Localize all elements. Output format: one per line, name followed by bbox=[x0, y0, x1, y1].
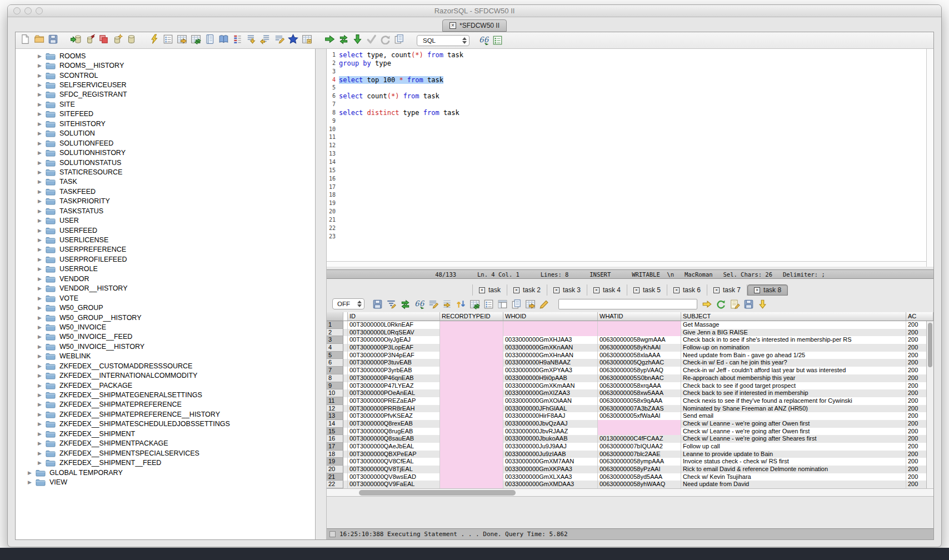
form-view-icon[interactable] bbox=[483, 299, 494, 309]
add-connection-icon[interactable] bbox=[112, 34, 123, 44]
table-row[interactable]: 2100T3000000QV8wsEAD0033000000GmXLXAA300… bbox=[327, 473, 933, 481]
cell-whatid[interactable]: 00630000007bIQUAA2 bbox=[598, 443, 681, 451]
code-area[interactable]: select type, count(*) from taskgroup by … bbox=[337, 49, 933, 267]
disclosure-triangle-icon[interactable]: ▶ bbox=[38, 198, 46, 204]
tree-item[interactable]: ▶W50_INVOICE bbox=[16, 322, 315, 332]
cell-whatid[interactable]: 006300000058xrqAAA bbox=[598, 382, 681, 390]
export-table-icon[interactable] bbox=[177, 34, 187, 44]
cell-subject[interactable]: Leanne to provide update to Bain bbox=[681, 451, 906, 458]
tree-item[interactable]: ▶ZKFEDEX__SHIPMENTSPECIALSERVICES bbox=[16, 448, 315, 458]
disclosure-triangle-icon[interactable]: ▶ bbox=[38, 286, 46, 291]
result-tab[interactable]: ×task 2 bbox=[507, 284, 547, 296]
limit-dropdown[interactable]: OFF bbox=[332, 298, 364, 309]
cell-subject[interactable]: Check back in to see if she's interested… bbox=[681, 336, 906, 344]
tree-item[interactable]: ▶SFDC_REGISTRANT bbox=[16, 90, 315, 99]
zoom-window-button[interactable] bbox=[36, 7, 43, 14]
cell-whoid[interactable]: 0033000000GmXM7AAN bbox=[503, 458, 598, 466]
tree-item[interactable]: ▶ZKFEDEX__CUSTOMADDRESSSOURCE bbox=[16, 361, 315, 371]
tree-item[interactable]: ▶W50_INVOICE__FEED bbox=[16, 332, 315, 342]
disclosure-triangle-icon[interactable]: ▶ bbox=[38, 305, 46, 311]
validate-sql-icon[interactable] bbox=[366, 34, 377, 44]
refresh-data-icon[interactable] bbox=[469, 299, 480, 309]
cell-id[interactable]: 00T3000000Q8rexEAB bbox=[348, 420, 440, 428]
tree-item[interactable]: ▶USERPROFILEFEED bbox=[16, 254, 315, 264]
cell-whatid[interactable] bbox=[598, 329, 681, 337]
format-sql-icon[interactable] bbox=[260, 34, 271, 44]
cell-whatid[interactable]: 006300000058x9qAAA bbox=[598, 397, 681, 405]
disclosure-triangle-icon[interactable]: ▶ bbox=[38, 218, 46, 223]
row-number[interactable]: 20 bbox=[327, 466, 343, 473]
save-to-file-icon[interactable] bbox=[743, 299, 754, 309]
table-row[interactable]: 1900T3000000QV8CfEAL0033000000GmXM7AAN00… bbox=[327, 458, 933, 466]
column-header-ac[interactable]: AC bbox=[906, 312, 933, 321]
row-number-header[interactable] bbox=[327, 312, 343, 321]
cell-whoid[interactable]: 0033000000HirF8AAJ bbox=[503, 412, 598, 420]
cell-whatid[interactable]: 00630000007A3bZAAS bbox=[598, 405, 681, 413]
execute-statement-icon[interactable] bbox=[324, 34, 335, 44]
table-row[interactable]: 100T3000000L0RknEAFGet Massage200 bbox=[327, 321, 933, 329]
cell-whatid[interactable]: 00630000005QgzhAAC bbox=[598, 359, 681, 367]
cell-subject[interactable]: Check nexis to see if they've found a re… bbox=[681, 397, 906, 405]
cell-id[interactable]: 00T3000000P46qnEAB bbox=[348, 374, 440, 382]
disclosure-triangle-icon[interactable]: ▶ bbox=[38, 315, 46, 321]
edit-notes-icon[interactable] bbox=[730, 299, 740, 309]
table-row[interactable]: 1100T3000000PREZaEAP0033000000GmXOiAAN00… bbox=[327, 397, 933, 405]
row-number[interactable]: 11 bbox=[327, 397, 343, 405]
tree-item[interactable]: ▶SOLUTIONFEED bbox=[16, 138, 315, 148]
cell-whoid[interactable]: 0033000000GmXPYAA3 bbox=[503, 367, 598, 374]
undo-statement-icon[interactable] bbox=[380, 34, 391, 44]
code-line[interactable]: select type, count(*) from task bbox=[339, 51, 933, 59]
minimize-window-button[interactable] bbox=[24, 7, 32, 14]
tree-item[interactable]: ▶ZKFEDEX__SHIPMATEPREFERENCE bbox=[16, 400, 315, 409]
cell-recordtypeid[interactable] bbox=[440, 397, 503, 405]
cell-subject[interactable]: Follow-up on nomination bbox=[681, 344, 906, 352]
tree-item[interactable]: ▶SOLUTIONHISTORY bbox=[16, 148, 315, 157]
favorites-icon[interactable] bbox=[288, 34, 298, 44]
disclosure-triangle-icon[interactable]: ▶ bbox=[38, 324, 46, 330]
result-tab[interactable]: ×task bbox=[472, 284, 507, 296]
row-number[interactable]: 13 bbox=[327, 412, 343, 420]
tree-item[interactable]: ▶ROOMS bbox=[16, 51, 315, 61]
cell-id[interactable]: 00T3000000POeAnEAL bbox=[348, 389, 440, 397]
table-row[interactable]: 1000T3000000POeAnEAL0033000000GmXIZAA300… bbox=[327, 389, 933, 397]
table-row[interactable]: 1800T3000000QBXPeEAP0033000000Ju9zIAAB00… bbox=[327, 451, 933, 458]
code-line[interactable] bbox=[339, 68, 933, 76]
cell-id[interactable]: 00T3000000P3tuvEAB bbox=[348, 359, 440, 367]
cell-recordtypeid[interactable] bbox=[440, 359, 503, 367]
code-line[interactable] bbox=[339, 208, 933, 216]
save-file-icon[interactable] bbox=[48, 34, 58, 44]
table-row[interactable]: 2000T3000000QV8TjEAL0033000000GmXKPAA300… bbox=[327, 466, 933, 473]
code-line[interactable] bbox=[339, 150, 933, 158]
clone-connection-icon[interactable] bbox=[98, 34, 109, 44]
code-line[interactable] bbox=[339, 126, 933, 134]
column-header-whatid[interactable]: WHATID bbox=[598, 312, 681, 321]
disclosure-triangle-icon[interactable]: ▶ bbox=[38, 373, 46, 378]
disclosure-triangle-icon[interactable]: ▶ bbox=[38, 257, 46, 262]
disclosure-triangle-icon[interactable]: ▶ bbox=[38, 208, 46, 214]
cell-whoid[interactable]: 0033000000GmXLXAA3 bbox=[503, 473, 598, 481]
tree-item[interactable]: ▶SITE bbox=[16, 99, 315, 109]
code-line[interactable] bbox=[339, 224, 933, 233]
search-forward-icon[interactable] bbox=[702, 299, 712, 309]
cell-recordtypeid[interactable] bbox=[440, 458, 503, 466]
row-number[interactable]: 16 bbox=[327, 435, 343, 443]
code-line[interactable] bbox=[339, 133, 933, 142]
cell-whoid[interactable]: 0033000000GmXKmAAN bbox=[503, 382, 598, 390]
row-number[interactable]: 14 bbox=[327, 420, 343, 428]
tree-item[interactable]: ▶ZKFEDEX__SHIPMENTPACKAGE bbox=[16, 439, 315, 448]
disclosure-triangle-icon[interactable]: ▶ bbox=[38, 344, 46, 349]
disclosure-triangle-icon[interactable]: ▶ bbox=[38, 451, 46, 456]
row-number[interactable]: 17 bbox=[327, 443, 343, 451]
close-tab-icon[interactable]: × bbox=[593, 287, 600, 293]
disclosure-triangle-icon[interactable]: ▶ bbox=[38, 73, 46, 78]
cell-subject[interactable]: Check back to see if interested in membe… bbox=[681, 389, 906, 397]
cell-whatid[interactable]: 006300000058xlaAAA bbox=[598, 352, 681, 359]
table-row[interactable]: 700T3000000P3yrbEAB0033000000GmXPYAA3006… bbox=[327, 367, 933, 374]
open-file-icon[interactable] bbox=[34, 34, 44, 44]
tree-item[interactable]: ▶TASKSTATUS bbox=[16, 206, 315, 216]
cell-recordtypeid[interactable] bbox=[440, 321, 503, 329]
code-line[interactable]: select distinct type from task bbox=[339, 109, 933, 117]
close-tab-icon[interactable]: × bbox=[553, 287, 560, 293]
code-line[interactable] bbox=[339, 117, 933, 126]
cell-subject[interactable]: Follow up call bbox=[681, 443, 906, 451]
